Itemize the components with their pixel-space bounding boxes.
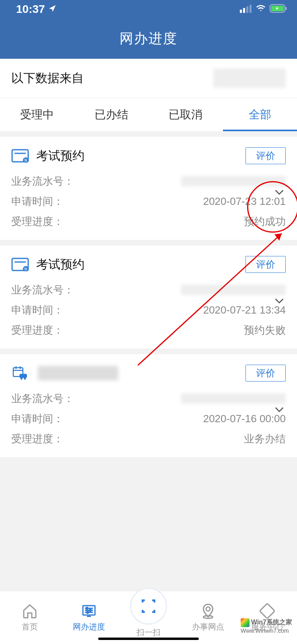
apply-time-row: 申请时间： 2020-07-21 13:34	[11, 303, 286, 317]
apply-label: 申请时间：	[11, 303, 64, 317]
card-header: 预 考试预约 评价	[11, 256, 286, 273]
tab-completed[interactable]: 已办结	[74, 98, 149, 131]
form-icon: 预	[11, 258, 29, 271]
nav-label: 扫一扫	[136, 627, 161, 638]
svg-rect-19	[19, 374, 27, 378]
card-title-blurred	[38, 366, 118, 380]
svg-point-30	[87, 611, 89, 613]
progress-label: 受理进度：	[11, 432, 64, 446]
rate-button[interactable]: 评价	[245, 365, 286, 382]
record-card: 评价 业务流水号： 申请时间： 2020-07-16 00:00 受理进度： 业…	[0, 354, 297, 457]
record-card: 预 考试预约 评价 业务流水号： 申请时间： 2020-07-23 12:01 …	[0, 137, 297, 240]
nav-location[interactable]: 办事网点	[178, 603, 238, 632]
scan-icon	[130, 588, 167, 625]
rate-button[interactable]: 评价	[245, 147, 286, 164]
serial-value-blurred	[181, 285, 286, 295]
status-time-group: 10:37	[16, 3, 57, 16]
apply-time-row: 申请时间： 2020-07-23 12:01	[11, 194, 286, 208]
progress-value: 业务办结	[244, 432, 286, 446]
data-source-label: 以下数据来自	[11, 70, 84, 87]
serial-label: 业务流水号：	[11, 174, 74, 188]
tab-cancelled[interactable]: 已取消	[148, 98, 223, 131]
svg-point-20	[21, 378, 23, 380]
apply-label: 申请时间：	[11, 194, 64, 208]
serial-row: 业务流水号：	[11, 283, 286, 297]
serial-value-blurred	[181, 393, 286, 404]
form-icon: 预	[11, 149, 29, 163]
apply-time-row: 申请时间： 2020-07-16 00:00	[11, 411, 286, 426]
signal-icon	[240, 3, 252, 16]
record-card: 预 考试预约 评价 业务流水号： 申请时间： 2020-07-21 13:34 …	[0, 246, 297, 349]
progress-row: 受理进度： 业务办结	[11, 431, 286, 446]
nav-progress[interactable]: 网办进度	[60, 603, 119, 632]
expand-chevron[interactable]	[273, 294, 286, 309]
nav-home[interactable]: 首页	[0, 603, 60, 632]
svg-rect-3	[250, 5, 252, 13]
tab-label: 已取消	[169, 108, 202, 121]
svg-point-32	[206, 607, 210, 611]
serial-label: 业务流水号：	[11, 283, 74, 297]
nav-label: 网办进度	[73, 621, 105, 632]
progress-row: 受理进度： 预约成功	[11, 214, 286, 229]
tab-processing[interactable]: 受理中	[0, 98, 74, 131]
filter-tabs: 受理中 已办结 已取消 全部	[0, 97, 297, 131]
nav-label: 首页	[22, 621, 38, 632]
calendar-car-icon	[11, 366, 29, 380]
progress-label: 受理进度：	[11, 323, 64, 337]
serial-label: 业务流水号：	[11, 392, 74, 406]
watermark-line1: Win7系统之家	[251, 618, 292, 627]
svg-point-21	[24, 378, 26, 380]
card-header: 预 考试预约 评价	[11, 147, 286, 164]
location-arrow-icon	[48, 3, 57, 16]
serial-row: 业务流水号：	[11, 174, 286, 188]
status-icons	[240, 3, 287, 16]
wifi-icon	[256, 3, 266, 16]
svg-rect-6	[286, 7, 287, 10]
card-header: 评价	[11, 365, 286, 382]
card-title: 考试预约	[36, 148, 85, 164]
bottom-nav: 首页 网办进度 扫一扫 办事网点 服务中心	[0, 591, 297, 644]
tab-label: 全部	[249, 108, 271, 121]
svg-rect-2	[246, 6, 248, 13]
watermark: Win7系统之家 Www.Winwin7.com	[241, 618, 292, 634]
expand-chevron[interactable]	[273, 403, 286, 417]
progress-value: 预约成功	[244, 215, 286, 229]
status-time: 10:37	[16, 3, 45, 16]
svg-text:预: 预	[24, 267, 27, 271]
svg-rect-1	[243, 8, 245, 13]
page-header: 网办进度	[0, 19, 297, 59]
progress-label: 受理进度：	[11, 215, 64, 229]
expand-chevron[interactable]	[273, 186, 286, 200]
svg-rect-34	[260, 603, 275, 619]
serial-value-blurred	[181, 176, 286, 186]
watermark-line2: Www.Winwin7.com	[241, 627, 292, 634]
svg-point-29	[89, 609, 91, 611]
battery-icon	[270, 3, 287, 16]
svg-text:预: 预	[24, 159, 27, 162]
tab-all[interactable]: 全部	[223, 98, 297, 131]
serial-row: 业务流水号：	[11, 391, 286, 406]
tab-label: 已办结	[95, 108, 128, 121]
nav-label: 办事网点	[192, 621, 224, 632]
progress-row: 受理进度： 预约失败	[11, 323, 286, 337]
card-title: 考试预约	[36, 256, 85, 273]
data-source-bar: 以下数据来自	[0, 59, 297, 97]
svg-rect-0	[240, 10, 242, 13]
page-title: 网办进度	[120, 29, 177, 48]
apply-label: 申请时间：	[11, 412, 64, 426]
home-indicator	[98, 638, 199, 640]
nav-scan[interactable]: 扫一扫	[119, 597, 178, 638]
data-source-value-blurred	[213, 68, 286, 88]
status-bar: 10:37	[0, 0, 297, 19]
tab-label: 受理中	[20, 108, 54, 121]
progress-value: 预约失败	[244, 323, 286, 337]
watermark-logo-icon	[241, 618, 250, 627]
svg-point-28	[86, 607, 88, 609]
rate-button[interactable]: 评价	[245, 256, 286, 273]
